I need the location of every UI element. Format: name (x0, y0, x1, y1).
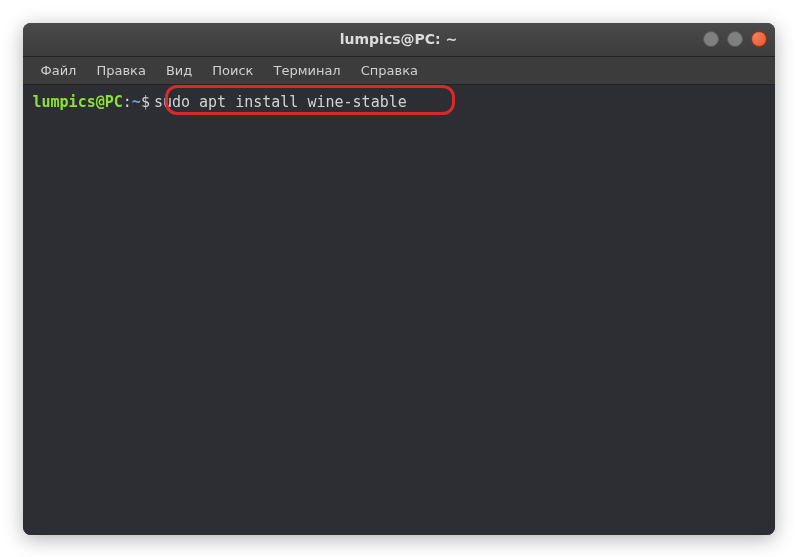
titlebar: lumpics@PC: ~ (23, 23, 775, 57)
menu-file[interactable]: Файл (33, 60, 85, 81)
prompt-colon: : (123, 91, 132, 114)
terminal-line: lumpics@PC:~$ sudo apt install wine-stab… (33, 91, 765, 114)
prompt-path: ~ (132, 91, 141, 114)
menu-terminal[interactable]: Терминал (265, 60, 348, 81)
window-controls (703, 31, 767, 47)
menu-help[interactable]: Справка (353, 60, 426, 81)
prompt-user: lumpics@PC (33, 91, 123, 114)
terminal-body[interactable]: lumpics@PC:~$ sudo apt install wine-stab… (23, 85, 775, 535)
prompt-symbol: $ (141, 91, 150, 114)
maximize-button[interactable] (727, 31, 743, 47)
menu-edit[interactable]: Правка (88, 60, 153, 81)
menubar: Файл Правка Вид Поиск Терминал Справка (23, 57, 775, 85)
minimize-button[interactable] (703, 31, 719, 47)
close-button[interactable] (751, 31, 767, 47)
menu-search[interactable]: Поиск (204, 60, 261, 81)
command-text: sudo apt install wine-stable (154, 91, 407, 114)
window-title: lumpics@PC: ~ (340, 31, 458, 47)
terminal-window: lumpics@PC: ~ Файл Правка Вид Поиск Терм… (23, 23, 775, 535)
menu-view[interactable]: Вид (158, 60, 200, 81)
